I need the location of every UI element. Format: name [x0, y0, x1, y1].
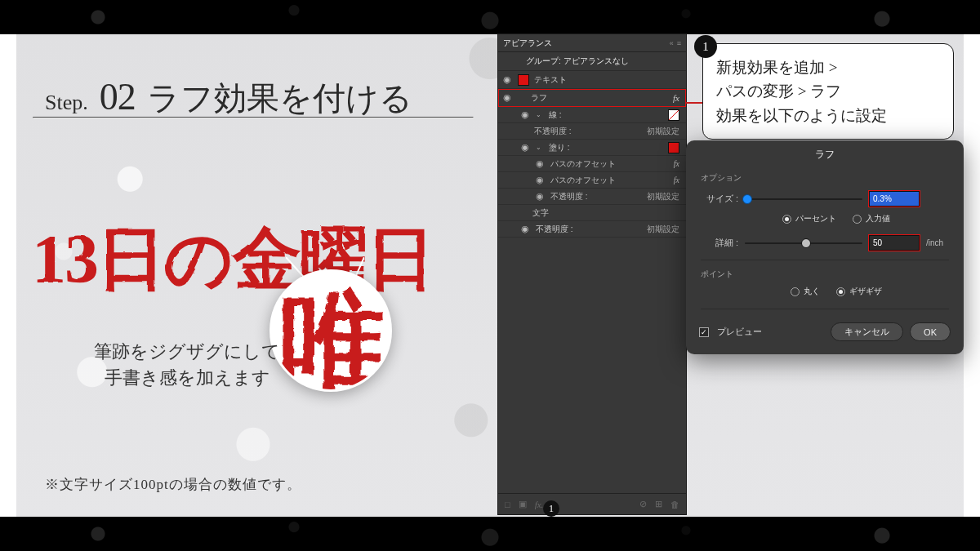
fx-icon[interactable]: fx — [673, 93, 679, 103]
visibility-icon[interactable]: ◉ — [534, 191, 546, 202]
foot-box-icon[interactable]: □ — [505, 500, 510, 509]
dialog-title: ラフ — [686, 140, 964, 169]
instruction-callout: 1 新規効果を追加 > パスの変形 > ラフ 効果を以下のように設定 — [702, 43, 954, 140]
row-pathoffset-1[interactable]: ◉ パスのオフセット fx — [498, 156, 686, 172]
add-effect-button[interactable]: fx. — [535, 500, 544, 509]
caret-icon[interactable]: ⌄ — [536, 111, 544, 118]
visibility-icon[interactable]: ◉ — [519, 224, 531, 234]
point-section-label: ポイント — [686, 265, 964, 283]
opacity-label: 不透明度 : — [534, 126, 642, 137]
row-characters[interactable]: 文字 — [498, 205, 686, 221]
panel-footer: □ ▣ fx. ⊘ ⊞ 🗑 — [498, 493, 686, 514]
preview-label: プレビュー — [717, 326, 762, 338]
ok-button[interactable]: OK — [910, 322, 951, 341]
size-label: サイズ : — [701, 193, 738, 205]
opacity-label: 不透明度 : — [550, 191, 642, 202]
radio-percent[interactable]: パーセント — [782, 213, 836, 224]
size-row: サイズ : — [686, 187, 964, 211]
visibility-icon[interactable]: ◉ — [501, 92, 513, 103]
dialog-footer: ✓ プレビュー キャンセル OK — [686, 314, 964, 341]
opacity-label: 不透明度 : — [536, 224, 642, 235]
decorative-border-top — [0, 0, 980, 34]
row-pathoffset-2[interactable]: ◉ パスのオフセット fx — [498, 172, 686, 189]
roughen-label: ラフ — [531, 92, 668, 104]
visibility-icon[interactable]: ◉ — [534, 158, 546, 169]
visibility-icon[interactable]: ◉ — [519, 142, 531, 153]
detail-label: 詳細 : — [701, 237, 738, 249]
chars-label: 文字 — [532, 207, 679, 219]
description-line1: 筆跡をジグザグにして — [94, 339, 280, 365]
text-swatch[interactable] — [518, 74, 529, 86]
step-title: ラフ効果を付ける — [147, 76, 412, 121]
step-heading: Step. 02 ラフ効果を付ける — [45, 75, 412, 121]
row-roughen-effect[interactable]: ◉ ラフ fx — [498, 89, 686, 107]
callout-line3: 効果を以下のように設定 — [716, 104, 940, 127]
foot-stroke-icon[interactable]: ▣ — [519, 499, 527, 509]
point-radios: 丸く ギザギザ — [686, 283, 964, 304]
fx-icon[interactable]: fx — [674, 159, 679, 168]
detail-row: 詳細 : /inch — [686, 231, 964, 255]
detail-input[interactable] — [869, 235, 920, 251]
radio-corner[interactable]: ギザギザ — [836, 286, 882, 297]
duplicate-icon[interactable]: ⊞ — [655, 499, 662, 509]
panel-title: アピアランス — [503, 38, 552, 49]
visibility-icon[interactable]: ◉ — [519, 109, 531, 120]
stroke-label: 線 : — [549, 109, 663, 121]
visibility-icon[interactable]: ◉ — [501, 74, 513, 85]
description: 筆跡をジグザグにして 手書き感を加えます — [94, 339, 280, 391]
roughen-dialog: ラフ オプション サイズ : パーセント 入力値 詳細 : /inch ポイント… — [686, 140, 964, 354]
dialog-divider — [701, 309, 949, 309]
callout-line2: パスの変形 > ラフ — [716, 79, 940, 103]
row-text[interactable]: ◉ テキスト — [498, 71, 686, 89]
text-label: テキスト — [534, 74, 679, 86]
fill-swatch[interactable] — [668, 142, 679, 153]
description-line2: 手書き感を加えます — [94, 365, 280, 391]
pathoffset-label: パスのオフセット — [550, 175, 669, 186]
detail-slider[interactable] — [745, 238, 862, 249]
options-section-label: オプション — [686, 169, 964, 187]
stroke-swatch[interactable] — [668, 109, 679, 121]
trash-icon[interactable]: 🗑 — [670, 500, 679, 509]
visibility-icon[interactable]: ◉ — [534, 175, 546, 185]
radio-smooth[interactable]: 丸く — [791, 286, 820, 297]
opacity-value: 初期設定 — [647, 191, 679, 202]
size-input[interactable] — [869, 191, 920, 207]
fx-icon[interactable]: fx — [674, 176, 679, 184]
appearance-panel: アピアランス « ≡ グループ: アピアランスなし ◉ テキスト ◉ ラフ fx… — [498, 34, 686, 514]
zoom-glyph: 唯 — [279, 270, 385, 392]
row-stroke[interactable]: ◉ ⌄ 線 : — [498, 107, 686, 123]
radio-absolute[interactable]: 入力値 — [853, 213, 890, 224]
zoom-circle: 唯 — [270, 269, 392, 392]
opacity-value: 初期設定 — [647, 126, 679, 137]
detail-unit: /inch — [926, 238, 949, 247]
row-fill[interactable]: ◉ ⌄ 塗り : — [498, 140, 686, 156]
heading-rule — [33, 117, 474, 118]
preview-checkbox[interactable]: ✓ — [699, 327, 709, 337]
row-fill-opacity[interactable]: ◉ 不透明度 : 初期設定 — [498, 189, 686, 205]
step-prefix: Step. — [45, 91, 88, 115]
size-mode-radios: パーセント 入力値 — [686, 211, 964, 231]
panel-menu-icon[interactable]: ≡ — [677, 39, 681, 47]
clear-icon[interactable]: ⊘ — [639, 499, 647, 509]
row-stroke-opacity[interactable]: 不透明度 : 初期設定 — [498, 123, 686, 140]
panel-collapse-icon[interactable]: « — [670, 39, 674, 47]
callout-line1: 新規効果を追加 > — [716, 56, 940, 79]
caret-icon[interactable]: ⌄ — [536, 144, 544, 151]
footnote: ※文字サイズ100ptの場合の数値です。 — [45, 475, 301, 494]
panel-titlebar[interactable]: アピアランス « ≡ — [498, 34, 686, 52]
step-number: 02 — [100, 75, 136, 118]
opacity-value: 初期設定 — [647, 224, 679, 235]
dialog-divider — [701, 260, 949, 260]
row-opacity-group[interactable]: ◉ 不透明度 : 初期設定 — [498, 221, 686, 238]
group-header: グループ: アピアランスなし — [498, 52, 686, 71]
callout-number-badge: 1 — [694, 35, 717, 58]
fill-label: 塗り : — [549, 142, 663, 153]
pathoffset-label: パスのオフセット — [550, 158, 669, 170]
fx-callout-badge: 1 — [543, 500, 559, 517]
decorative-border-bottom — [0, 517, 980, 551]
size-slider[interactable] — [745, 193, 862, 205]
cancel-button[interactable]: キャンセル — [831, 322, 903, 341]
